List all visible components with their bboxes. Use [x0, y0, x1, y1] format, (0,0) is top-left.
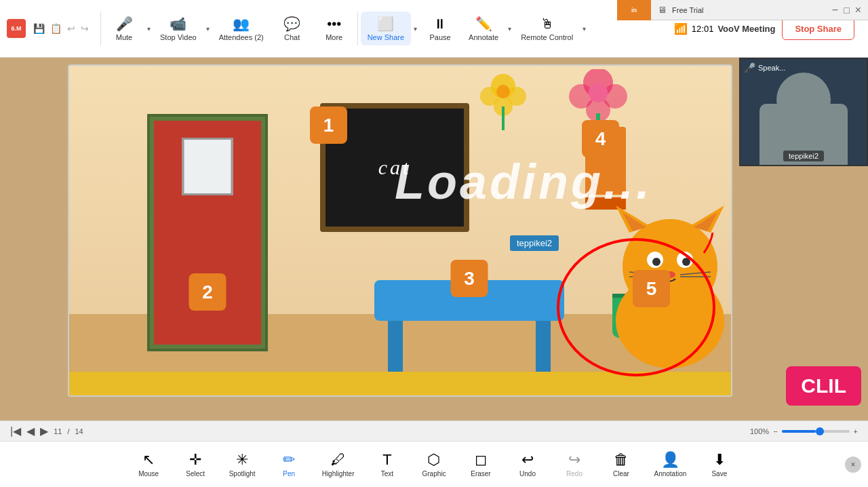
page-separator: / — [67, 427, 69, 435]
zoom-out-button[interactable]: − — [773, 427, 777, 435]
save-button[interactable]: ⬇ Save — [697, 447, 741, 482]
mute-button[interactable]: 🎤 Mute — [104, 12, 144, 45]
bottom-toolbar: ↖ Mouse ✛ Select ✳ Spotlight ✏ Pen 🖊 Hig… — [0, 441, 868, 487]
num-tag-1: 1 — [310, 106, 347, 144]
prev-first-button[interactable]: |◀ — [10, 425, 21, 437]
toolbar-icon-2[interactable]: 📋 — [48, 21, 64, 36]
minimize-button[interactable]: − — [832, 4, 838, 16]
annotation-button[interactable]: 👤 Annotation — [646, 447, 694, 482]
close-button[interactable]: × — [855, 4, 861, 16]
toolbar-close-button[interactable]: × — [845, 456, 861, 473]
remote-control-button[interactable]: 🖱 Remote Control — [514, 12, 580, 45]
undo-button[interactable]: ↩ Undo — [505, 447, 549, 482]
svg-point-4 — [496, 85, 510, 98]
speaking-label: Speak... — [758, 64, 785, 72]
orange-tab[interactable]: in — [617, 0, 651, 20]
stop-video-button[interactable]: 📹 Stop Video — [153, 12, 203, 45]
zoom-label: 100% — [750, 427, 769, 435]
share-dropdown[interactable]: ▾ — [412, 24, 418, 34]
spotlight-button[interactable]: ✳ Spotlight — [220, 447, 264, 482]
cat — [609, 199, 731, 375]
annotation-icon: 👤 — [661, 451, 679, 469]
video-mic-area: 🎤 Speak... — [744, 62, 785, 73]
page-controls: |◀ ◀ ▶ 11 / 14 100% − + — [0, 421, 868, 441]
svg-rect-5 — [502, 106, 505, 130]
door-window — [182, 138, 233, 195]
highlighter-icon: 🖊 — [331, 451, 346, 469]
clear-button[interactable]: 🗑 Clear — [599, 447, 643, 482]
slide-container: 2 cat 1 3 4 — [68, 64, 732, 397]
video-panel: 🎤 Speak... teppikei2 — [739, 58, 868, 166]
num-tag-5: 5 — [633, 270, 670, 307]
zoom-in-button[interactable]: + — [854, 427, 858, 435]
pen-icon: ✏ — [283, 451, 295, 469]
spotlight-icon: ✳ — [236, 451, 248, 469]
text-icon: T — [382, 451, 391, 469]
attendees-button[interactable]: 👥 Attendees (2) — [212, 12, 271, 45]
redo-icon: ↪ — [568, 451, 580, 469]
video-username: teppikei2 — [783, 151, 824, 161]
meeting-name: VooV Meeting — [717, 24, 775, 34]
app-icon: 6.M — [7, 19, 26, 38]
yellow-bottom-banner — [69, 372, 731, 395]
maximize-button[interactable]: □ — [844, 5, 849, 16]
eraser-icon: ◻ — [475, 451, 487, 469]
new-share-button[interactable]: ⬜ New Share — [361, 12, 411, 45]
meeting-time: 12:01 — [692, 24, 714, 34]
svg-point-10 — [589, 83, 608, 102]
num-tag-4: 4 — [582, 120, 619, 157]
voov-icon: 🖥 — [658, 5, 667, 15]
stop-share-button[interactable]: Stop Share — [782, 18, 854, 40]
graphic-button[interactable]: ⬡ Graphic — [412, 447, 456, 482]
clear-icon: 🗑 — [614, 451, 629, 469]
annotate-button[interactable]: ✏️ Annotate — [462, 12, 505, 45]
num-tag-3: 3 — [451, 260, 488, 297]
flower-yellow — [476, 73, 530, 136]
loading-text: Loading... — [395, 154, 652, 210]
mic-icon: 🎤 — [744, 62, 755, 73]
svg-point-21 — [682, 258, 690, 266]
toolbar-icon-1[interactable]: 💾 — [31, 21, 47, 36]
pen-button[interactable]: ✏ Pen — [267, 447, 311, 482]
next-button[interactable]: ▶ — [40, 425, 48, 437]
undo-top-button[interactable]: ↩ — [65, 21, 77, 36]
door: 2 — [154, 121, 261, 345]
text-button[interactable]: T Text — [365, 447, 409, 482]
video-dropdown[interactable]: ▾ — [205, 24, 211, 34]
table-leg-left — [388, 321, 403, 372]
free-trial-label: Free Trial — [672, 6, 703, 14]
redo-top-button[interactable]: ↪ — [79, 21, 91, 36]
page-current: 11 — [54, 427, 62, 435]
eraser-button[interactable]: ◻ Eraser — [458, 447, 502, 482]
select-button[interactable]: ✛ Select — [174, 447, 218, 482]
num-tag-2: 2 — [189, 273, 226, 311]
page-total: 14 — [75, 427, 83, 435]
save-icon: ⬇ — [713, 451, 726, 469]
chat-button[interactable]: 💬 Chat — [272, 12, 313, 45]
mouse-icon: ↖ — [142, 451, 155, 469]
redo-button[interactable]: ↪ Redo — [552, 447, 596, 482]
clil-badge: CLIL — [786, 366, 861, 406]
table: 3 — [374, 280, 564, 321]
svg-point-20 — [652, 258, 660, 266]
mute-dropdown[interactable]: ▾ — [146, 24, 152, 34]
highlighter-button[interactable]: 🖊 Highlighter — [314, 447, 363, 482]
remote-dropdown[interactable]: ▾ — [581, 24, 587, 34]
signal-icon: 📶 — [674, 22, 688, 35]
prev-button[interactable]: ◀ — [26, 425, 35, 437]
mouse-button[interactable]: ↖ Mouse — [127, 447, 171, 482]
pause-button[interactable]: ⏸ Pause — [420, 12, 460, 45]
select-icon: ✛ — [189, 451, 201, 469]
annotate-dropdown[interactable]: ▾ — [507, 24, 513, 34]
more-button[interactable]: ••• More — [314, 12, 355, 45]
zoom-slider[interactable] — [782, 430, 850, 433]
table-leg-right — [536, 321, 551, 372]
graphic-icon: ⬡ — [427, 451, 440, 469]
user-annotation-label: teppikei2 — [510, 235, 559, 251]
undo-icon: ↩ — [521, 451, 534, 469]
